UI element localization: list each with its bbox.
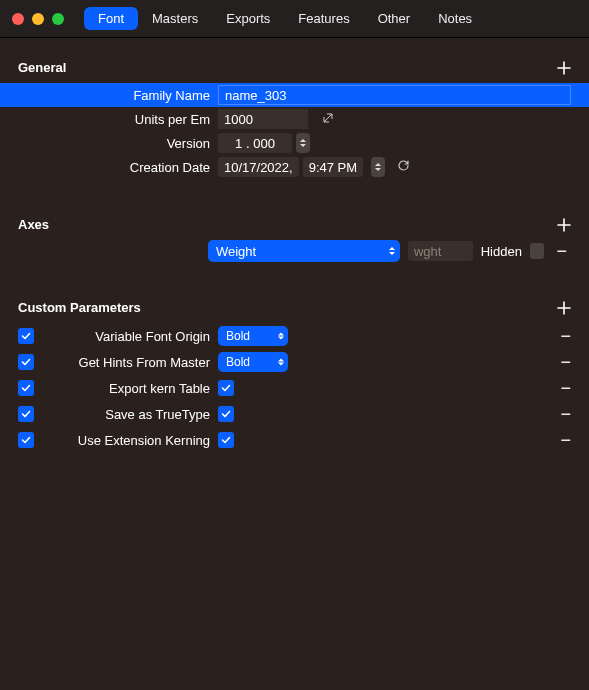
remove-cp-button[interactable]: −	[560, 353, 571, 371]
custom-parameter-row: Get Hints From MasterBold−	[18, 349, 571, 375]
cp-value-select[interactable]: Bold	[218, 352, 288, 372]
remove-cp-button[interactable]: −	[560, 327, 571, 345]
row-creation-date: Creation Date 10/17/2022, 9:47 PM	[18, 155, 571, 179]
tab-font[interactable]: Font	[84, 7, 138, 30]
chevron-updown-icon	[278, 333, 284, 340]
cp-name-label: Get Hints From Master	[44, 355, 218, 370]
refresh-date-icon[interactable]	[397, 159, 410, 175]
cp-value-select[interactable]: Bold	[218, 326, 288, 346]
custom-parameter-row: Export kern Table−	[18, 375, 571, 401]
label-units-per-em: Units per Em	[18, 112, 218, 127]
custom-parameter-row: Save as TrueType−	[18, 401, 571, 427]
axis-hidden-label: Hidden	[481, 244, 522, 259]
section-axes-title: Axes	[18, 217, 49, 232]
cp-name-label: Use Extension Kerning	[44, 433, 218, 448]
add-axis-button[interactable]	[557, 218, 571, 232]
row-family-name: Family Name	[0, 83, 589, 107]
remove-cp-button[interactable]: −	[560, 431, 571, 449]
input-family-name[interactable]	[218, 85, 571, 105]
cp-value-checkbox[interactable]	[218, 406, 234, 422]
input-units-per-em[interactable]	[218, 109, 308, 129]
input-creation-time[interactable]: 9:47 PM	[303, 157, 363, 177]
remove-axis-button[interactable]: −	[552, 242, 571, 260]
axis-tag-field[interactable]: wght	[408, 241, 473, 261]
custom-parameter-row: Use Extension Kerning−	[18, 427, 571, 453]
cp-enable-checkbox[interactable]	[18, 328, 34, 344]
zoom-window-button[interactable]	[52, 13, 64, 25]
remove-cp-button[interactable]: −	[560, 405, 571, 423]
custom-parameters-list: Variable Font OriginBold−Get Hints From …	[18, 323, 571, 453]
titlebar: Font Masters Exports Features Other Note…	[0, 0, 589, 38]
cp-value-checkbox[interactable]	[218, 432, 234, 448]
tab-notes[interactable]: Notes	[424, 7, 486, 30]
section-general-title: General	[18, 60, 66, 75]
section-general-header: General	[18, 56, 571, 83]
cp-enable-checkbox[interactable]	[18, 406, 34, 422]
remove-cp-button[interactable]: −	[560, 379, 571, 397]
cp-enable-checkbox[interactable]	[18, 432, 34, 448]
info-tabs: Font Masters Exports Features Other Note…	[84, 7, 486, 30]
cp-name-label: Variable Font Origin	[44, 329, 218, 344]
add-custom-parameter-button[interactable]	[557, 301, 571, 315]
tab-masters[interactable]: Masters	[138, 7, 212, 30]
custom-parameter-row: Variable Font OriginBold−	[18, 323, 571, 349]
cp-enable-checkbox[interactable]	[18, 380, 34, 396]
section-custom-parameters-header: Custom Parameters	[18, 296, 571, 323]
add-general-button[interactable]	[557, 61, 571, 75]
panel-content: General Family Name Units per Em Version…	[0, 38, 589, 453]
tab-exports[interactable]: Exports	[212, 7, 284, 30]
tab-other[interactable]: Other	[364, 7, 425, 30]
chevron-updown-icon	[278, 359, 284, 366]
section-axes-header: Axes	[18, 213, 571, 240]
stepper-version[interactable]	[296, 133, 310, 153]
row-version: Version 1 . 000	[18, 131, 571, 155]
window-controls	[12, 13, 64, 25]
axis-hidden-checkbox[interactable]	[530, 243, 545, 259]
cp-enable-checkbox[interactable]	[18, 354, 34, 370]
chevron-updown-icon	[389, 247, 395, 255]
axis-row: Weight wght Hidden −	[18, 240, 571, 262]
stepper-creation-date[interactable]	[371, 157, 385, 177]
axis-name-select[interactable]: Weight	[208, 240, 400, 262]
minimize-window-button[interactable]	[32, 13, 44, 25]
scale-upe-icon[interactable]	[322, 112, 334, 126]
cp-value-checkbox[interactable]	[218, 380, 234, 396]
label-version: Version	[18, 136, 218, 151]
tab-features[interactable]: Features	[284, 7, 363, 30]
close-window-button[interactable]	[12, 13, 24, 25]
cp-name-label: Save as TrueType	[44, 407, 218, 422]
section-custom-parameters-title: Custom Parameters	[18, 300, 141, 315]
input-version[interactable]: 1 . 000	[218, 133, 292, 153]
label-creation-date: Creation Date	[18, 160, 218, 175]
cp-name-label: Export kern Table	[44, 381, 218, 396]
row-units-per-em: Units per Em	[18, 107, 571, 131]
input-creation-date[interactable]: 10/17/2022,	[218, 157, 299, 177]
label-family-name: Family Name	[18, 88, 218, 103]
